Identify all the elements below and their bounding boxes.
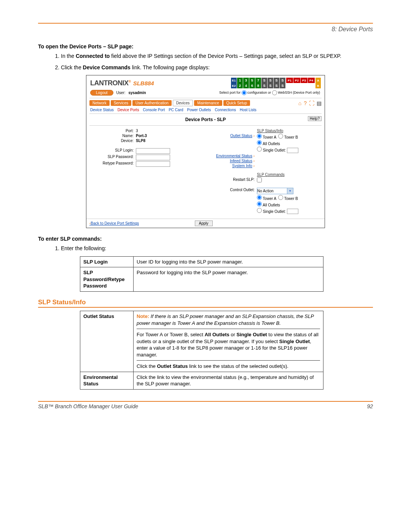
slp-commands-header: SLP Commands [257,173,285,177]
e1[interactable]: E1 [231,78,237,83]
logout-button[interactable]: Logout [90,90,113,96]
sub-device-status[interactable]: Device Status [90,108,114,112]
home-icon[interactable]: ⌂ [298,100,301,106]
p3c: link to see the status of the selected o… [188,363,288,369]
user-name: sysadmin [129,91,146,95]
outlet-status-link[interactable]: Outlet Status [230,134,252,138]
p7[interactable]: 7 [255,78,261,83]
model-label: SLB884 [133,80,154,86]
tab-devices[interactable]: Devices [173,100,193,106]
c-tower-b-radio[interactable] [278,195,283,200]
restart-checkbox[interactable] [257,177,262,182]
p1[interactable]: 1 [237,78,243,83]
single-outlet-radio[interactable] [257,147,262,152]
env-status-link[interactable]: Environmental Status [216,154,252,158]
back-link[interactable]: ‹Back to Device Port Settings [89,221,139,225]
p3[interactable]: 3 [243,78,249,83]
s6[interactable]: S [268,83,273,88]
device-label: Device: [90,139,136,143]
tab-services[interactable]: Services [111,100,131,106]
portsel-label: Select port for [219,91,241,94]
p5[interactable]: 5 [249,78,255,83]
all-outlets-radio[interactable] [257,140,262,145]
port-grid: E1 1 3 5 7 S S S S E2 2 4 6 [231,78,321,88]
c-all-outlets-radio[interactable] [257,201,262,206]
t1-r1-desc: User ID for logging into the SLP power m… [134,256,323,267]
p2[interactable]: 2 [237,83,243,88]
radio-configuration[interactable] [242,90,247,95]
sub-console-port[interactable]: Console Port [143,108,165,112]
step1-post: field above the IP Settings section of t… [110,53,341,59]
slp-pw-label: SLP Password: [90,155,136,160]
slp-retype-input[interactable] [136,161,170,167]
note-text: If there is an SLP power manager and an … [137,313,314,326]
help-icon[interactable]: ? [304,100,307,106]
p2d: Single Outlet [237,332,267,337]
tab-user-auth[interactable]: User Authentication [132,100,172,106]
s8[interactable]: S [280,83,285,88]
sub-connections[interactable]: Connections [215,108,236,112]
pp3[interactable]: P3 [301,78,307,83]
tab-quick-setup[interactable]: Quick Setup [223,100,250,106]
logo-x: X [124,79,129,87]
s2[interactable]: S [268,78,273,83]
step1-pre: In the [61,53,76,59]
tower-a-radio[interactable] [257,134,262,139]
single-outlet-input[interactable] [287,148,298,153]
sub-power-outlets[interactable]: Power Outlets [187,108,211,112]
p2a: For Tower A or Tower B, select [137,332,205,337]
heading-enter-cmds: To enter SLP commands: [38,236,373,242]
p8[interactable]: 8 [255,83,261,88]
sub-pc-card[interactable]: PC Card [169,108,183,112]
sub-device-ports[interactable]: Device Ports [118,108,139,112]
control-label: Control Outlet: [211,188,257,194]
c-single-outlet-input[interactable] [287,209,298,214]
slp-login-label: SLP Login: [90,148,136,154]
pp1[interactable]: P1 [286,78,293,83]
control-outlet-select[interactable] [257,188,287,194]
p4[interactable]: 4 [243,83,249,88]
slp-login-input[interactable] [136,148,170,154]
steps-enter: Enter the following: [38,245,373,252]
t2-r1-label: Outlet Status [80,311,134,372]
pp4[interactable]: P4 [308,78,315,83]
t1-r1-label: SLP Login [80,256,134,267]
pp2[interactable]: P2 [293,78,300,83]
apply-button[interactable]: Apply [195,220,213,226]
name-label: Name: [90,134,136,138]
screenshot-panel: LANTRONIX® SLB884 E1 1 3 5 7 S S S S [86,75,325,228]
expand-icon[interactable]: ⛶ [309,100,314,106]
p3a: Click the [137,363,157,369]
left-col: Port:3 Name:Port-3 Device:SLP8 SLP Login… [90,128,200,215]
sub-host-lists[interactable]: Host Lists [240,108,256,112]
s1[interactable]: S [261,78,267,83]
t2-r1-cell: Note: If there is an SLP power manager a… [134,311,323,372]
logo-accent: ® [129,80,131,83]
tower-b-radio[interactable] [278,134,283,139]
s5[interactable]: S [261,83,267,88]
s7[interactable]: S [274,83,279,88]
tab-maintenance[interactable]: Maintenance [194,100,222,106]
pa[interactable]: A [315,78,321,83]
radio-webssh[interactable] [272,90,277,95]
c-tower-a-radio[interactable] [257,195,262,200]
help-button[interactable]: Help? [308,116,322,121]
dropdown-icon[interactable]: ▾ [287,188,293,194]
logo-main: LANTRONI [90,79,124,87]
e2[interactable]: E2 [231,83,237,88]
pb[interactable]: B [315,83,321,88]
table-slp-login: SLP Login User ID for logging into the S… [80,256,323,292]
list-icon[interactable]: ▤ [317,100,322,106]
s4[interactable]: S [280,78,285,83]
infeed-status-link[interactable]: Infeed Status [230,159,252,163]
system-info-link[interactable]: System Info [232,164,252,168]
p6[interactable]: 6 [249,83,255,88]
subtabs: Device Status Device Ports Console Port … [86,107,325,113]
top-rule [38,23,373,24]
sep3 [89,125,322,126]
tab-network[interactable]: Network [89,100,110,106]
port-value: 3 [136,129,138,133]
slp-pw-input[interactable] [136,155,170,160]
c-single-outlet-radio[interactable] [257,208,262,213]
s3[interactable]: S [274,78,279,83]
